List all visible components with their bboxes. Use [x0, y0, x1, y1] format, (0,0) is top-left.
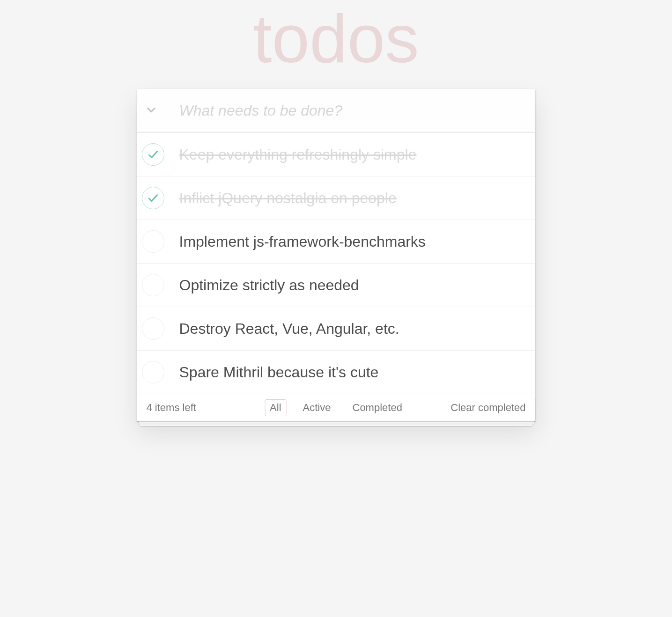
todo-label[interactable]: Implement js-framework-benchmarks	[179, 233, 426, 250]
todo-toggle[interactable]	[142, 274, 164, 296]
todo-item: Destroy React, Vue, Angular, etc.	[137, 307, 535, 351]
filter-all[interactable]: All	[265, 399, 286, 416]
app-title: todos	[137, 0, 535, 80]
todo-item: Keep everything refreshingly simple	[137, 133, 535, 176]
todo-toggle[interactable]	[142, 317, 164, 340]
new-todo-input[interactable]	[137, 89, 535, 132]
filter-completed[interactable]: Completed	[347, 399, 407, 416]
todo-app: todos Keep everything refreshingly simpl…	[137, 0, 535, 421]
filter-list: AllActiveCompleted	[265, 399, 407, 416]
check-icon	[147, 148, 159, 161]
todo-label[interactable]: Destroy React, Vue, Angular, etc.	[179, 320, 399, 338]
todo-item: Spare Mithril because it's cute	[137, 351, 535, 394]
todo-item: Inflict jQuery nostalgia on people	[137, 176, 535, 220]
todo-label[interactable]: Spare Mithril because it's cute	[179, 363, 379, 381]
todo-toggle[interactable]	[142, 187, 164, 209]
todo-card: Keep everything refreshingly simpleInfli…	[137, 89, 535, 421]
todo-list: Keep everything refreshingly simpleInfli…	[137, 133, 535, 394]
check-icon	[147, 192, 159, 204]
header	[137, 89, 535, 133]
toggle-all-button[interactable]	[137, 89, 165, 132]
todo-item: Optimize strictly as needed	[137, 264, 535, 307]
todo-label[interactable]: Optimize strictly as needed	[179, 276, 359, 294]
todo-label[interactable]: Keep everything refreshingly simple	[179, 146, 417, 163]
todo-item: Implement js-framework-benchmarks	[137, 220, 535, 264]
todo-toggle[interactable]	[142, 230, 164, 253]
todo-toggle[interactable]	[142, 361, 164, 383]
chevron-down-icon	[146, 105, 156, 117]
footer: 4 items left AllActiveCompleted Clear co…	[137, 394, 535, 421]
filter-active[interactable]: Active	[298, 399, 336, 416]
todo-label[interactable]: Inflict jQuery nostalgia on people	[179, 189, 397, 207]
todo-toggle[interactable]	[142, 143, 164, 166]
